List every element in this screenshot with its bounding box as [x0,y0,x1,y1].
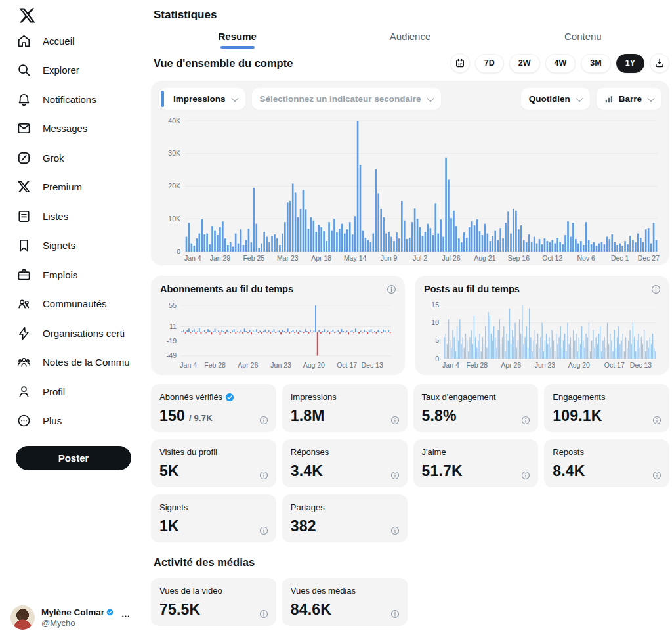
svg-text:Nov 6: Nov 6 [577,254,595,262]
poster-button[interactable]: Poster [16,446,131,470]
info-icon[interactable] [387,284,396,294]
range-2w-button[interactable]: 2W [509,54,540,73]
x-logo-icon[interactable] [16,4,38,26]
stat-label: Vues de la vidéo [159,586,222,596]
verified-badge-icon [106,607,114,617]
mini-charts-row: Abonnements au fil du temps 5511-19-49Ja… [151,276,669,375]
svg-text:15: 15 [431,301,439,309]
svg-text:Jun 23: Jun 23 [535,361,556,369]
sidebar-item-plus[interactable]: Plus [16,406,139,436]
sidebar-item-grok[interactable]: Grok [16,143,139,173]
sidebar-item-label: Listes [43,211,68,222]
chart-style-dropdown[interactable]: Barre [597,88,662,110]
ellipsis-icon[interactable] [120,611,133,625]
sidebar-item-notes-communaute[interactable]: Notes de la Commu [16,348,139,378]
account-info: Mylène Colmar @Mycho [41,607,114,628]
abonnements-card: Abonnements au fil du temps 5511-19-49Ja… [151,276,405,375]
svg-text:-49: -49 [167,351,177,359]
stat-card-visites-profil: Visites du profil 5K [151,439,276,487]
svg-text:Oct 12: Oct 12 [542,254,562,262]
list-icon [16,208,32,224]
svg-text:Dec 13: Dec 13 [362,361,383,369]
sidebar-item-explorer[interactable]: Explorer [16,56,139,85]
stat-value: 75.5K [159,601,200,619]
impressions-bar-chart: 010K20K30K40KJan 4Jan 29Feb 25Mar 23Apr … [159,112,662,263]
info-icon[interactable] [390,526,400,535]
sidebar-item-premium[interactable]: Premium [16,173,139,202]
overview-title: Vue d'ensemble du compte [154,57,293,70]
sidebar-item-organisations[interactable]: Organisations certi [16,318,139,348]
info-icon[interactable] [259,416,268,425]
chevron-down-icon [427,94,434,101]
stat-card-vues-medias: Vues des médias 84.6K [282,578,408,626]
svg-text:20K: 20K [168,182,180,190]
stat-label: Réponses [291,447,329,457]
tab-audience[interactable]: Audience [324,22,496,51]
svg-text:Aug 20: Aug 20 [568,361,590,369]
stat-label: Taux d'engagement [422,392,496,402]
sidebar-item-listes[interactable]: Listes [16,202,139,231]
calendar-icon[interactable] [450,53,470,73]
stat-card-impressions: Impressions 1.8M [282,384,408,432]
sidebar-item-accueil[interactable]: Accueil [16,26,139,56]
frequency-dropdown[interactable]: Quotidien [521,88,590,110]
info-icon[interactable] [521,416,530,425]
range-7d-button[interactable]: 7D [475,54,504,73]
info-icon[interactable] [390,416,400,425]
info-icon[interactable] [390,609,400,619]
chart-style-label: Barre [619,94,642,104]
sidebar-item-notifications[interactable]: Notifications [16,85,139,114]
svg-text:Dec 1: Dec 1 [611,254,629,262]
svg-text:Sep 16: Sep 16 [508,254,530,262]
info-icon[interactable] [259,526,268,535]
svg-text:40K: 40K [168,117,180,125]
download-icon[interactable] [650,53,669,73]
range-4w-button[interactable]: 4W [545,54,576,73]
secondary-metric-dropdown[interactable]: Sélectionnez un indicateur secondaire [252,88,441,110]
sidebar-nav: Accueil Explorer Notifications Messages … [16,26,139,435]
stat-suffix: / 9.7K [189,413,213,423]
stat-label: Partages [291,502,325,512]
account-switcher[interactable]: Mylène Colmar @Mycho [10,605,133,630]
chevron-down-icon [576,94,583,101]
svg-text:0: 0 [435,355,439,362]
svg-text:Jan 4: Jan 4 [180,361,197,369]
info-icon[interactable] [259,609,268,619]
stat-value: 5K [159,462,179,480]
sidebar-item-profil[interactable]: Profil [16,377,139,406]
posts-title: Posts au fil du temps [424,284,660,294]
tab-label: Contenu [564,31,602,42]
sidebar-item-messages[interactable]: Messages [16,114,139,144]
tab-resume[interactable]: Resume [151,22,324,51]
info-icon[interactable] [651,284,661,294]
range-1y-button[interactable]: 1Y [616,54,644,73]
x-icon [16,179,32,195]
primary-metric-dropdown[interactable]: Impressions [159,88,245,110]
sidebar-item-emplois[interactable]: Emplois [16,260,139,290]
account-handle: @Mycho [41,618,114,628]
tab-contenu[interactable]: Contenu [497,22,669,51]
info-icon[interactable] [521,471,530,480]
stat-value: 1.8M [291,407,325,425]
svg-text:Dec 27: Dec 27 [638,254,660,262]
info-icon[interactable] [652,416,662,425]
info-icon[interactable] [259,471,268,480]
range-controls: 7D 2W 4W 3M 1Y [450,53,669,73]
svg-text:Jan 4: Jan 4 [442,361,459,369]
bookmark-icon [16,238,32,253]
sidebar-item-label: Messages [43,123,87,134]
stat-label: Engagements [553,392,605,402]
active-tab-underline [220,46,255,49]
svg-text:Apr 18: Apr 18 [311,254,331,262]
svg-text:30K: 30K [168,149,180,157]
info-icon[interactable] [652,471,662,480]
sidebar-item-signets[interactable]: Signets [16,231,139,261]
x-analytics-app: Accueil Explorer Notifications Messages … [0,0,672,637]
stat-label: Visites du profil [159,447,217,457]
svg-text:5: 5 [435,336,439,344]
stat-card-jaime: J'aime 51.7K [413,439,539,487]
range-3m-button[interactable]: 3M [581,54,610,73]
sidebar-item-communautes[interactable]: Communautés [16,290,139,319]
info-icon[interactable] [390,471,400,480]
stat-label: Reposts [553,447,584,457]
